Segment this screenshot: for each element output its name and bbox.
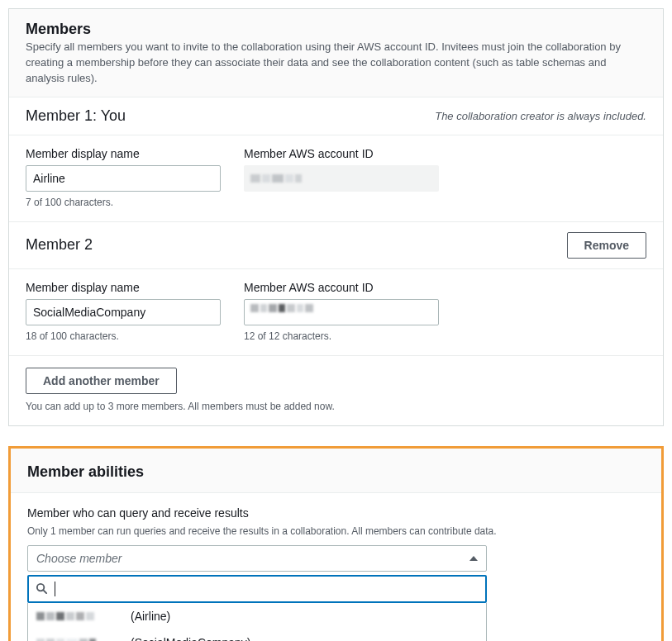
member1-display-name-counter: 7 of 100 characters. bbox=[26, 197, 221, 208]
member1-display-name-input[interactable] bbox=[26, 165, 221, 192]
member1-account-id-readonly bbox=[244, 165, 439, 192]
add-member-section: Add another member You can add up to 3 m… bbox=[9, 356, 663, 425]
member-dropdown-list: (Airline) (SocialMediaCompany) bbox=[27, 603, 487, 641]
members-panel-header: Members Specify all members you want to … bbox=[9, 9, 663, 97]
redacted-account-id bbox=[250, 304, 313, 312]
member2-heading: Member 2 bbox=[26, 236, 93, 254]
member-abilities-panel: Member abilities Member who can query an… bbox=[11, 449, 661, 641]
member1-note: The collaboration creator is always incl… bbox=[435, 110, 646, 122]
member1-header: Member 1: You The collaboration creator … bbox=[9, 97, 663, 135]
member2-display-name-label: Member display name bbox=[26, 281, 221, 294]
member1-account-id-label: Member AWS account ID bbox=[244, 147, 439, 160]
member1-display-name-field: Member display name 7 of 100 characters. bbox=[26, 147, 221, 208]
member2-section: Member display name 18 of 100 characters… bbox=[9, 269, 663, 356]
member-search-input[interactable] bbox=[62, 577, 479, 601]
member-abilities-highlight: Member abilities Member who can query an… bbox=[8, 446, 664, 641]
member-abilities-body: Member who can query and receive results… bbox=[11, 493, 661, 641]
member1-section: Member display name 7 of 100 characters.… bbox=[9, 135, 663, 222]
member2-account-id-label: Member AWS account ID bbox=[244, 281, 439, 294]
member2-display-name-input[interactable] bbox=[26, 299, 221, 325]
members-title: Members bbox=[26, 21, 646, 38]
member-search-box[interactable] bbox=[27, 575, 487, 603]
svg-line-1 bbox=[43, 591, 46, 594]
text-cursor bbox=[55, 582, 55, 596]
dropdown-option-label: (SocialMediaCompany) bbox=[131, 636, 251, 641]
search-icon bbox=[36, 582, 48, 595]
redacted-account-id bbox=[250, 174, 302, 183]
member1-account-id-field: Member AWS account ID bbox=[244, 147, 439, 208]
abilities-field-label: Member who can query and receive results bbox=[27, 506, 645, 520]
remove-button[interactable]: Remove bbox=[567, 232, 646, 259]
member2-header: Member 2 Remove bbox=[9, 222, 663, 269]
dropdown-option-label: (Airline) bbox=[131, 610, 170, 623]
members-description: Specify all members you want to invite t… bbox=[26, 40, 646, 87]
choose-member-select[interactable]: Choose member bbox=[27, 545, 487, 572]
member2-account-id-counter: 12 of 12 characters. bbox=[244, 330, 439, 342]
member1-heading: Member 1: You bbox=[26, 107, 126, 125]
members-panel: Members Specify all members you want to … bbox=[8, 8, 664, 426]
redacted-account-id bbox=[36, 612, 119, 620]
dropdown-option-airline[interactable]: (Airline) bbox=[28, 603, 486, 629]
caret-up-icon bbox=[469, 556, 478, 561]
member2-account-id-input[interactable] bbox=[244, 299, 439, 325]
member2-display-name-counter: 18 of 100 characters. bbox=[26, 330, 221, 342]
member2-account-id-field: Member AWS account ID 12 of 12 character… bbox=[244, 281, 439, 342]
dropdown-option-socialmediacompany[interactable]: (SocialMediaCompany) bbox=[28, 629, 486, 641]
member1-display-name-label: Member display name bbox=[26, 147, 221, 160]
member2-display-name-field: Member display name 18 of 100 characters… bbox=[26, 281, 221, 342]
choose-member-placeholder: Choose member bbox=[36, 552, 122, 565]
member-abilities-title: Member abilities bbox=[27, 463, 645, 481]
member-abilities-header: Member abilities bbox=[11, 449, 661, 493]
abilities-field-desc: Only 1 member can run queries and receiv… bbox=[27, 525, 645, 539]
add-member-hint: You can add up to 3 more members. All me… bbox=[26, 401, 646, 412]
add-another-member-button[interactable]: Add another member bbox=[26, 368, 177, 394]
